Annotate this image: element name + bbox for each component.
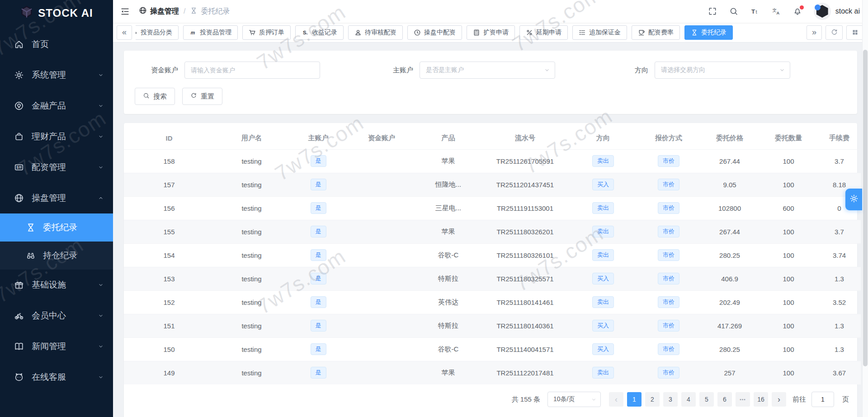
table-cell: 280.25 [700,337,759,361]
table-cell: TR2511191153001 [481,196,569,220]
table-cell: 是 [289,337,348,361]
page-number-button[interactable]: 6 [717,392,732,407]
table-cell: 1.3 [818,267,861,290]
collapse-menu-icon[interactable] [120,7,130,16]
user-menu[interactable]: stock ai [814,3,860,20]
reset-button[interactable]: 重置 [182,88,222,105]
table-row: 149testing是苹果TR2511122017481卖出市价2571003.… [124,361,861,384]
direction-select[interactable]: 请选择交易方向 [655,62,790,79]
sidebar-item-globe[interactable]: 操盘管理 [0,183,113,213]
gear-icon [849,194,859,205]
refresh-tab-button[interactable] [826,25,843,40]
column-header: 手续费 [818,128,861,149]
fund-account-input[interactable] [184,62,320,79]
scroll-tabs-right-button[interactable]: » [807,25,822,40]
sidebar-item-bicycle[interactable]: 会员中心 [0,300,113,331]
sidebar-item-home[interactable]: 首页 [0,29,113,60]
fullscreen-icon[interactable] [708,7,717,16]
table-cell: 市价 [637,314,700,337]
prev-page-button[interactable]: ‹ [609,392,623,407]
tag-badge: 市价 [658,320,679,332]
tab-hourglass[interactable]: 委托纪录 [684,25,733,40]
search-button-label: 搜索 [153,92,167,101]
filter-item-main-account: 主账户 是否是主账户 [370,62,605,79]
filter-fields-row: 资金账户 主账户 是否是主账户 方向 请选择交易方向 [135,62,846,79]
tag-badge: 市价 [658,155,679,167]
sidebar-item-gift[interactable]: 基础设施 [0,270,113,300]
scrollbar-thumb[interactable] [863,50,868,366]
app-root: STOCK AI 首页系统管理金融产品理财产品$配资管理操盘管理委托纪录持仓纪录… [0,0,868,417]
sidebar-item-diamond[interactable]: 金融产品 [0,90,113,121]
tab-label: 收益记录 [312,28,337,37]
table-cell: 市价 [637,220,700,243]
tab-letter-s[interactable]: S.收益记录 [295,25,344,40]
table-cell: 苹果 [415,361,481,384]
breadcrumb: 操盘管理 / 委托纪录 [139,6,230,16]
tab-percent-link[interactable]: 延期申请 [519,25,568,40]
sidebar-subitem-hourglass[interactable]: 委托纪录 [0,213,113,242]
main-account-select[interactable]: 是否是主账户 [420,62,555,79]
breadcrumb-item-current: 委托纪录 [190,7,230,16]
tab-letter-m[interactable]: m投资品管理 [183,25,238,40]
table-row: 151testing是特斯拉TR2511180140361买入市价417.269… [124,314,861,337]
table-cell: 谷歌-C [415,337,481,361]
page-unit-label: 页 [842,395,849,404]
table-cell: 100 [759,149,818,173]
goto-page-input[interactable] [811,392,834,407]
sidebar-subitem-label: 持仓纪录 [43,250,77,261]
page-number-button[interactable]: 4 [681,392,696,407]
filter-item-direction: 方向 请选择交易方向 [605,62,840,79]
tab-layout-grid-button[interactable] [846,25,863,40]
page-scrollbar[interactable] [862,0,868,417]
page-number-button[interactable]: 2 [645,392,660,407]
sidebar-item-handbag[interactable]: 理财产品 [0,121,113,152]
page-number-button[interactable]: 16 [754,392,768,407]
sidebar-submenu: 委托纪录持仓纪录 [0,213,113,270]
settings-float-button[interactable] [845,189,862,210]
next-page-button[interactable]: › [772,392,786,407]
search-icon [143,92,150,100]
brand-title: STOCK AI [38,7,93,19]
tab-tag[interactable]: 投资品分类 [136,25,179,40]
sidebar-item-book[interactable]: 新闻管理 [0,331,113,362]
table-cell [348,314,415,337]
table-cell [348,361,415,384]
tab-cart[interactable]: 质押订单 [242,25,291,40]
page-size-select[interactable]: 10条/页 [547,392,601,407]
page-number-button[interactable]: 3 [663,392,678,407]
table-cell: testing [214,173,289,196]
table-cell: 卖出 [569,290,637,314]
table-cell: 买入 [569,267,637,290]
chevron-down-icon [98,133,104,140]
font-size-icon[interactable]: Tt [750,7,760,16]
tag-badge: 是 [311,155,326,167]
more-pages-button[interactable]: ••• [736,392,750,407]
tab-calculator[interactable]: 扩资申请 [467,25,515,40]
sidebar-item-gear[interactable]: 系统管理 [0,60,113,90]
hourglass-icon [25,223,36,232]
scroll-tabs-left-button[interactable]: « [117,25,132,40]
column-header: 用户名 [214,128,289,149]
sidebar-subitem-binoculars[interactable]: 持仓纪录 [0,242,113,270]
table-cell: 154 [124,243,214,267]
breadcrumb-item-parent[interactable]: 操盘管理 [139,6,179,16]
sidebar-item-cat[interactable]: 在线客服 [0,362,113,393]
tab-clock[interactable]: 操盘中配资 [407,25,462,40]
table-cell: 202.49 [700,290,759,314]
tag-badge: 是 [311,202,326,214]
tab-cup[interactable]: 配资费率 [632,25,680,40]
list-icon [579,29,586,36]
sidebar-item-money-card[interactable]: $配资管理 [0,152,113,183]
translate-icon[interactable]: 文A [772,7,781,16]
table-cell [348,149,415,173]
sidebar-item-label: 在线客服 [32,371,66,383]
search-icon[interactable] [729,7,738,16]
username: stock ai [835,7,860,15]
tab-person[interactable]: 待审核配资 [348,25,403,40]
page-number-button[interactable]: 5 [699,392,714,407]
tab-list[interactable]: 追加保证金 [572,25,627,40]
page-number-button[interactable]: 1 [627,392,642,407]
notification-icon[interactable] [793,7,802,16]
percent-link-icon [526,29,533,36]
search-button[interactable]: 搜索 [135,88,175,105]
